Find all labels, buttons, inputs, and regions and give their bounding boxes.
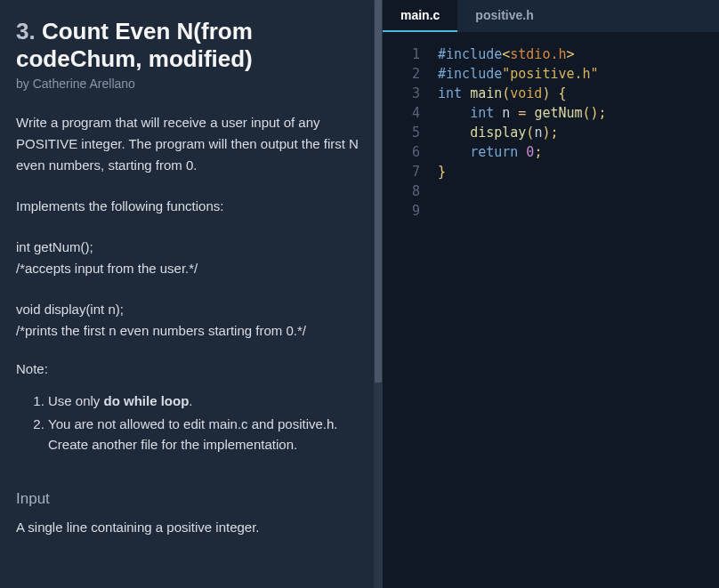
line-number: 3 [383, 84, 420, 103]
editor-panel: main.cpositive.h 123456789 #include<stdi… [383, 0, 719, 588]
input-description: A single line containing a positive inte… [16, 517, 367, 538]
code-line[interactable] [438, 181, 719, 201]
problem-number: 3. [16, 18, 36, 44]
line-number: 6 [383, 142, 420, 162]
func2-signature: void display(int n); [16, 299, 367, 320]
line-number: 2 [383, 64, 420, 84]
implements-label: Implements the following functions: [16, 196, 367, 217]
code-editor[interactable]: 123456789 #include<stdio.h>#include"posi… [383, 32, 719, 588]
line-gutter: 123456789 [383, 44, 432, 588]
tabs-bar: main.cpositive.h [383, 0, 719, 32]
line-number: 4 [383, 103, 420, 123]
func1-signature: int getNum(); [16, 237, 367, 258]
note-list: Use only do while loop.You are not allow… [16, 391, 367, 455]
input-heading: Input [16, 490, 367, 508]
line-number: 7 [383, 162, 420, 181]
scrollbar-thumb[interactable] [375, 0, 382, 383]
code-area[interactable]: #include<stdio.h>#include"positive.h"int… [432, 44, 719, 588]
line-number: 9 [383, 201, 420, 221]
tab-positive-h[interactable]: positive.h [457, 0, 551, 32]
code-line[interactable]: #include"positive.h" [438, 64, 719, 84]
code-line[interactable]: display(n); [438, 123, 719, 142]
problem-panel: 3. Count Even N(from codeChum, modified)… [0, 0, 383, 588]
note-item: You are not allowed to edit main.c and p… [48, 414, 367, 455]
code-line[interactable]: } [438, 162, 719, 181]
func2-comment: /*prints the first n even numbers starti… [16, 320, 367, 342]
line-number: 1 [383, 44, 420, 64]
note-item: Use only do while loop. [48, 391, 367, 411]
problem-title: 3. Count Even N(from codeChum, modified) [16, 18, 367, 73]
problem-description: Write a program that will receive a user… [16, 112, 367, 176]
tab-main-c[interactable]: main.c [383, 0, 457, 32]
code-line[interactable]: #include<stdio.h> [438, 44, 719, 64]
func1-comment: /*accepts input from the user.*/ [16, 258, 367, 279]
problem-title-text: Count Even N(from codeChum, modified) [16, 18, 253, 72]
code-line[interactable] [438, 201, 719, 221]
code-line[interactable]: int n = getNum(); [438, 103, 719, 123]
line-number: 5 [383, 123, 420, 142]
note-label: Note: [16, 361, 367, 376]
code-line[interactable]: int main(void) { [438, 84, 719, 103]
line-number: 8 [383, 181, 420, 201]
code-line[interactable]: return 0; [438, 142, 719, 162]
problem-author: by Catherine Arellano [16, 77, 367, 91]
